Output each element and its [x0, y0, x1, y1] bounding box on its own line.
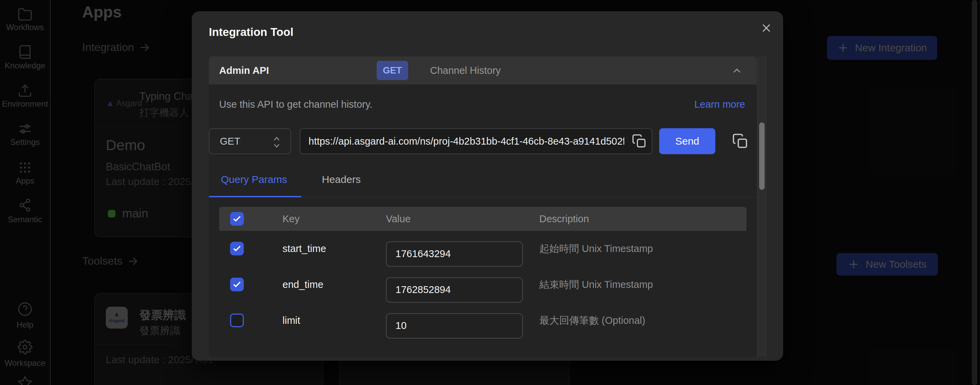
param-key: limit: [283, 303, 300, 339]
column-header-key: Key: [283, 207, 300, 231]
modal-scrollbar-track[interactable]: [757, 56, 766, 356]
param-key: start_time: [283, 231, 326, 267]
copy-url-icon[interactable]: [632, 134, 647, 149]
query-params-table: Key Value Description start_time 起始時間 Un…: [219, 207, 746, 339]
row-checkbox[interactable]: [230, 242, 244, 255]
param-description: 結束時間 Unix Timestamp: [539, 267, 653, 303]
modal-scrollbar-thumb[interactable]: [759, 122, 765, 190]
close-icon[interactable]: [759, 21, 774, 36]
table-row: start_time 起始時間 Unix Timestamp: [219, 231, 746, 267]
table-header-row: Key Value Description: [219, 207, 746, 231]
param-value-input[interactable]: [386, 313, 523, 339]
url-field-wrap: [300, 128, 652, 154]
chevron-up-down-icon: [272, 135, 282, 147]
tab-headers[interactable]: Headers: [322, 173, 361, 186]
api-description: Use this API to get channel history.: [219, 97, 372, 112]
column-header-description: Description: [539, 207, 589, 231]
tab-query-params[interactable]: Query Params: [221, 173, 287, 186]
app-window: Workflows Knowledge Environment Settings…: [0, 0, 980, 385]
api-name: Admin API: [219, 56, 269, 84]
send-button-label: Send: [675, 135, 699, 147]
param-value-input[interactable]: [386, 277, 523, 303]
endpoint-name: Channel History: [430, 56, 501, 84]
table-row: end_time 結束時間 Unix Timestamp: [219, 267, 746, 303]
table-row: limit 最大回傳筆數 (Optional): [219, 303, 746, 339]
method-select[interactable]: GET: [209, 128, 291, 154]
active-tab-underline: [209, 196, 301, 197]
copy-response-icon[interactable]: [732, 133, 749, 149]
param-description: 最大回傳筆數 (Optional): [539, 303, 645, 339]
integration-tool-modal: Integration Tool Admin API GET Channel H…: [192, 11, 783, 361]
method-select-value: GET: [220, 129, 240, 154]
send-button[interactable]: Send: [659, 128, 715, 154]
modal-title: Integration Tool: [209, 25, 293, 39]
param-description: 起始時間 Unix Timestamp: [539, 231, 653, 267]
learn-more-link[interactable]: Learn more: [694, 97, 745, 112]
chevron-up-icon: [731, 65, 743, 77]
param-value-input[interactable]: [386, 241, 523, 267]
row-checkbox[interactable]: [230, 278, 244, 291]
url-input[interactable]: [300, 128, 652, 154]
select-all-checkbox[interactable]: [230, 212, 244, 226]
api-accordion-header[interactable]: Admin API GET Channel History: [209, 56, 757, 84]
column-header-value: Value: [386, 207, 410, 231]
row-checkbox[interactable]: [230, 314, 244, 327]
method-badge: GET: [377, 61, 408, 80]
param-key: end_time: [283, 267, 323, 303]
